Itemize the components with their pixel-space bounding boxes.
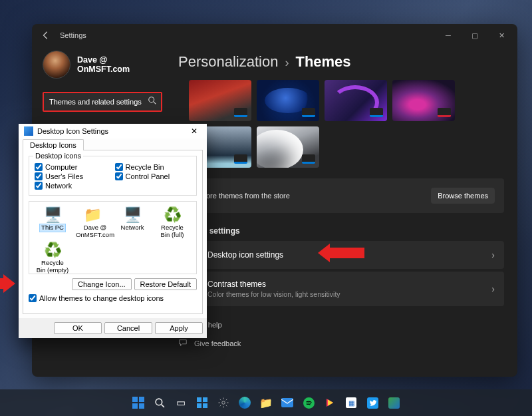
chevron-right-icon: › (491, 284, 495, 294)
search-highlight (43, 92, 162, 112)
dialog-close-button[interactable]: ✕ (187, 126, 201, 136)
cancel-button[interactable]: Cancel (104, 322, 152, 334)
close-button[interactable]: ✕ (488, 25, 515, 45)
row-subtitle: Color themes for low vision, light sensi… (207, 290, 483, 298)
back-button[interactable] (41, 31, 51, 40)
recycle-icon: ♻️ (154, 207, 190, 223)
row-title: Contrast themes (207, 280, 483, 289)
feedback-icon (178, 338, 188, 349)
spotify-icon (303, 397, 315, 409)
profile-name: Dave @ OnMSFT.com (77, 55, 162, 74)
desktop-icon-settings-dialog: Desktop Icon Settings ✕ Desktop Icons De… (19, 124, 207, 338)
app-icon (388, 397, 400, 409)
theme-thumb-6[interactable] (257, 126, 319, 168)
monitor-icon: 🖥️ (35, 207, 70, 223)
themes-grid (189, 80, 468, 168)
play-icon (325, 397, 335, 408)
taskbar-app-2[interactable] (385, 394, 402, 411)
tab-desktop-icons[interactable]: Desktop Icons (23, 139, 84, 150)
app-icon: ▦ (346, 397, 356, 408)
network-icon: 🖥️ (114, 207, 150, 223)
app-title: Settings (60, 31, 86, 39)
task-view[interactable]: ▭ (172, 394, 190, 411)
icon-preview-grid: 🖥️ This PC 📁 Dave @ OnMSFT.com 🖥️ Networ… (29, 201, 197, 274)
taskbar-twitter[interactable] (364, 394, 381, 411)
ok-button[interactable]: OK (54, 322, 102, 334)
icon-users-files[interactable]: 📁 Dave @ OnMSFT.com (73, 206, 112, 240)
theme-thumb-3[interactable] (325, 80, 387, 121)
titlebar: Settings ─ ▢ ✕ (32, 24, 517, 47)
twitter-icon (367, 397, 378, 409)
icon-recycle-bin-full[interactable]: ♻️ Recycle Bin (full) (153, 206, 192, 240)
taskbar-mail[interactable] (279, 394, 296, 411)
taskbar-media[interactable] (321, 394, 338, 411)
checkbox-control-panel[interactable]: Control Panel (115, 172, 192, 180)
dialog-titlebar: Desktop Icon Settings ✕ (19, 124, 207, 138)
folder-icon: 📁 (259, 397, 273, 409)
minimize-button[interactable]: ─ (435, 25, 462, 45)
change-icon-button[interactable]: Change Icon... (72, 278, 132, 290)
checkbox-network[interactable]: Network (35, 182, 111, 190)
contrast-themes-row[interactable]: Contrast themes Color themes for low vis… (177, 272, 504, 306)
breadcrumb-current: Themes (295, 53, 350, 71)
restore-default-button[interactable]: Restore Default (134, 278, 197, 290)
svg-point-0 (149, 97, 154, 103)
theme-thumb-2[interactable] (257, 80, 319, 121)
dialog-title: Desktop Icon Settings (37, 127, 108, 135)
maximize-button[interactable]: ▢ (462, 25, 488, 45)
taskbar-search[interactable] (151, 394, 168, 411)
checkbox-users-files[interactable]: User's Files (35, 172, 111, 180)
windows-logo-icon (132, 397, 144, 409)
taskbar-settings[interactable] (215, 394, 232, 411)
edge-icon (239, 397, 251, 409)
avatar (43, 51, 70, 79)
search-input[interactable] (44, 93, 161, 110)
annotation-arrow (0, 274, 15, 293)
search-icon[interactable] (148, 96, 157, 106)
taskbar: ▭ 📁 ▦ (0, 389, 532, 416)
folder-icon: 📁 (74, 207, 110, 223)
apply-button[interactable]: Apply (155, 322, 203, 334)
allow-themes-checkbox[interactable]: Allow themes to change desktop icons (29, 294, 197, 302)
main-column: Personalization › Themes Get more themes… (173, 47, 517, 377)
svg-point-8 (222, 401, 225, 405)
recycle-icon: ♻️ (35, 242, 70, 258)
checkbox-computer[interactable]: Computer (35, 163, 111, 171)
icon-recycle-bin-empty[interactable]: ♻️ Recycle Bin (empty) (33, 241, 72, 275)
profile-block[interactable]: Dave @ OnMSFT.com (43, 51, 162, 79)
icon-network[interactable]: 🖥️ Network (113, 206, 152, 240)
give-feedback-link[interactable]: Give feedback (177, 334, 504, 353)
breadcrumb: Personalization › Themes (178, 53, 504, 71)
chevron-right-icon: › (491, 250, 495, 260)
svg-point-7 (156, 399, 162, 405)
theme-thumb-1[interactable] (189, 80, 251, 121)
taskbar-edge[interactable] (236, 394, 253, 411)
svg-rect-9 (281, 398, 293, 407)
desktop-icon-settings-row[interactable]: Desktop icon settings › (177, 241, 504, 269)
desktop-icons-fieldset: Desktop icons Computer Recycle Bin User'… (29, 156, 197, 196)
mail-icon (281, 398, 293, 407)
dialog-title-icon (24, 126, 33, 136)
widgets-icon (197, 397, 207, 408)
chevron-right-icon: › (285, 56, 289, 70)
taskbar-spotify[interactable] (300, 394, 317, 411)
get-help-link[interactable]: ? Get help (177, 315, 504, 334)
checkbox-recycle-bin[interactable]: Recycle Bin (115, 163, 192, 171)
theme-thumb-4[interactable] (392, 80, 455, 121)
icon-this-pc[interactable]: 🖥️ This PC (33, 206, 72, 240)
link-label: Give feedback (194, 339, 241, 347)
taskbar-explorer[interactable]: 📁 (257, 394, 275, 411)
start-button[interactable] (130, 394, 147, 411)
store-row: Get more themes from the store Browse th… (177, 178, 504, 213)
widgets-button[interactable] (194, 394, 211, 411)
related-settings-heading: Related settings (178, 226, 504, 236)
breadcrumb-parent[interactable]: Personalization (178, 53, 278, 71)
taskbar-app-1[interactable]: ▦ (342, 394, 360, 411)
browse-themes-button[interactable]: Browse themes (431, 188, 495, 204)
row-title: Desktop icon settings (207, 250, 483, 260)
fieldset-legend: Desktop icons (33, 152, 83, 160)
